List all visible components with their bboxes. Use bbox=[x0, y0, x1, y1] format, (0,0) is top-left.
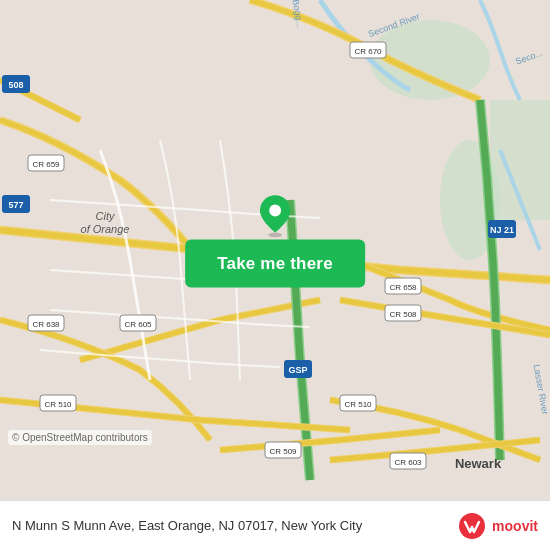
svg-text:GSP: GSP bbox=[288, 365, 307, 375]
svg-text:Newark: Newark bbox=[455, 456, 502, 471]
svg-text:CR 605: CR 605 bbox=[124, 320, 152, 329]
svg-text:CR 508: CR 508 bbox=[389, 310, 417, 319]
svg-text:CR 603: CR 603 bbox=[394, 458, 422, 467]
take-me-there-button[interactable]: Take me there bbox=[185, 240, 365, 288]
moovit-logo: moovit bbox=[458, 512, 538, 540]
moovit-text: moovit bbox=[492, 518, 538, 534]
address-label: N Munn S Munn Ave, East Orange, NJ 07017… bbox=[12, 518, 458, 533]
svg-text:CR 659: CR 659 bbox=[32, 160, 60, 169]
cta-overlay: Take me there bbox=[185, 194, 365, 288]
svg-text:of Orange: of Orange bbox=[81, 223, 130, 235]
svg-text:577: 577 bbox=[8, 200, 23, 210]
osm-attribution: © OpenStreetMap contributors bbox=[8, 430, 152, 445]
map-pin-icon bbox=[253, 194, 297, 238]
svg-text:NJ 21: NJ 21 bbox=[490, 225, 514, 235]
svg-text:City: City bbox=[96, 210, 116, 222]
svg-text:CR 510: CR 510 bbox=[44, 400, 72, 409]
svg-text:CR 670: CR 670 bbox=[354, 47, 382, 56]
svg-text:CR 510: CR 510 bbox=[344, 400, 372, 409]
svg-text:CR 658: CR 658 bbox=[389, 283, 417, 292]
svg-point-40 bbox=[269, 205, 281, 217]
bottom-bar: N Munn S Munn Ave, East Orange, NJ 07017… bbox=[0, 500, 550, 550]
map-container: 508 CR 659 CR 670 CR 638 CR 605 CR 658 C… bbox=[0, 0, 550, 500]
osm-text: © OpenStreetMap contributors bbox=[12, 432, 148, 443]
svg-text:CR 638: CR 638 bbox=[32, 320, 60, 329]
svg-text:CR 509: CR 509 bbox=[269, 447, 297, 456]
moovit-icon bbox=[458, 512, 486, 540]
svg-point-39 bbox=[268, 233, 282, 238]
svg-text:508: 508 bbox=[8, 80, 23, 90]
